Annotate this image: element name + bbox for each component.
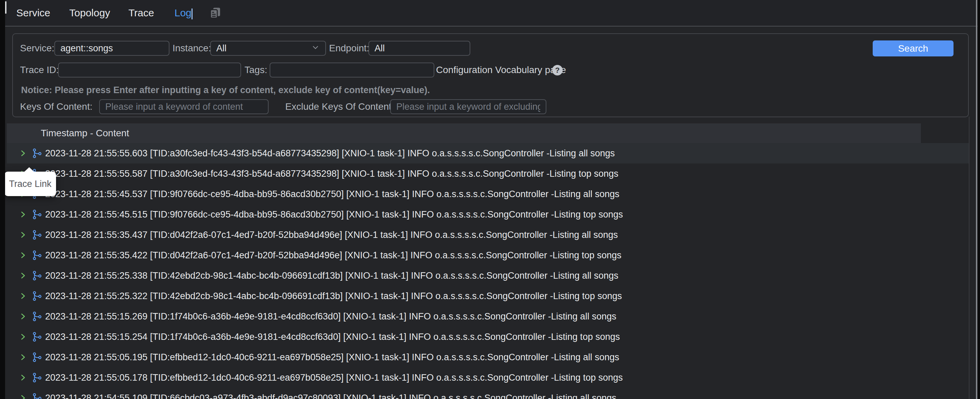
instance-select[interactable]: All bbox=[210, 41, 326, 56]
nav-tab-log[interactable]: Log bbox=[175, 7, 197, 19]
expand-chevron-icon[interactable] bbox=[19, 210, 27, 220]
log-row[interactable]: 2023-11-28 21:55:35.437 [TID:d042f2a6-07… bbox=[7, 225, 969, 245]
right-scrollbar[interactable] bbox=[976, 0, 977, 399]
log-table-body: 2023-11-28 21:55:55.603 [TID:a30fc3ed-fc… bbox=[7, 143, 969, 399]
expand-chevron-icon[interactable] bbox=[19, 230, 27, 241]
keys-of-content-input[interactable] bbox=[105, 102, 262, 112]
top-navbar: Service Topology Trace Log bbox=[5, 0, 978, 27]
table-right-border bbox=[969, 117, 969, 399]
log-row[interactable]: 2023-11-28 21:55:25.338 [TID:42ebd2cb-98… bbox=[7, 265, 969, 286]
trace-link-icon[interactable] bbox=[32, 311, 43, 324]
expand-chevron-icon[interactable] bbox=[19, 373, 27, 383]
keys-of-content-label: Keys Of Content: bbox=[20, 99, 92, 114]
trace-link-icon[interactable] bbox=[32, 351, 43, 364]
log-row[interactable]: 2023-11-28 21:55:55.603 [TID:a30fc3ed-fc… bbox=[7, 143, 969, 163]
tags-field-wrap bbox=[270, 62, 434, 78]
nav-tab-trace[interactable]: Trace bbox=[128, 7, 154, 19]
nav-tab-topology[interactable]: Topology bbox=[69, 7, 110, 19]
chevron-down-icon bbox=[311, 43, 320, 54]
log-row[interactable]: 2023-11-28 21:55:05.195 [TID:efbbed12-1d… bbox=[7, 347, 969, 367]
trace-id-input[interactable] bbox=[64, 65, 235, 75]
exclude-keys-label: Exclude Keys Of Content: bbox=[285, 99, 394, 114]
log-row[interactable]: 2023-11-28 21:55:55.587 [TID:a30fc3ed-fc… bbox=[7, 163, 969, 184]
help-question-icon[interactable]: ? bbox=[552, 65, 563, 75]
trace-link-icon[interactable] bbox=[32, 270, 43, 283]
trace-link-icon[interactable] bbox=[32, 249, 43, 262]
log-row[interactable]: 2023-11-28 21:55:45.537 [TID:9f0766dc-ce… bbox=[7, 184, 969, 204]
copy-document-icon[interactable] bbox=[208, 6, 222, 20]
log-row[interactable]: 2023-11-28 21:55:25.322 [TID:42ebd2cb-98… bbox=[7, 286, 969, 306]
log-row-text: 2023-11-28 21:55:15.254 [TID:1f74b0c6-a3… bbox=[45, 327, 620, 347]
filter-row-primary: Service: agent::songs Instance: All Endp… bbox=[13, 41, 968, 56]
filter-row-keys: Keys Of Content: Exclude Keys Of Content… bbox=[13, 99, 968, 114]
trace-link-icon[interactable] bbox=[32, 372, 43, 385]
trace-id-field-wrap bbox=[58, 62, 241, 78]
service-select-value: agent::songs bbox=[60, 43, 113, 54]
log-row[interactable]: 2023-11-28 21:55:15.269 [TID:1f74b0c6-a3… bbox=[7, 306, 969, 327]
endpoint-label: Endpoint: bbox=[329, 41, 369, 56]
expand-chevron-icon[interactable] bbox=[19, 353, 27, 363]
trace-link-icon[interactable] bbox=[32, 331, 43, 344]
service-select[interactable]: agent::songs bbox=[54, 41, 169, 56]
tags-label: Tags: bbox=[245, 62, 267, 78]
window-right-edge bbox=[978, 0, 980, 399]
log-row-text: 2023-11-28 21:55:55.603 [TID:a30fc3ed-fc… bbox=[45, 143, 615, 163]
endpoint-input[interactable] bbox=[375, 43, 464, 54]
trace-link-icon[interactable] bbox=[32, 209, 43, 222]
log-page: Service: agent::songs Instance: All Endp… bbox=[5, 27, 978, 399]
nav-tab-service[interactable]: Service bbox=[16, 7, 50, 19]
service-label: Service: bbox=[20, 41, 54, 56]
tags-input[interactable] bbox=[276, 65, 428, 75]
log-row[interactable]: 2023-11-28 21:55:15.254 [TID:1f74b0c6-a3… bbox=[7, 327, 969, 347]
chevron-down-icon bbox=[154, 43, 163, 54]
log-table-header: Timestamp - Content bbox=[7, 123, 921, 143]
trace-link-icon[interactable] bbox=[32, 147, 43, 160]
configuration-vocabulary-link[interactable]: Configuration Vocabulary page bbox=[436, 62, 566, 78]
filter-row-trace: Trace ID: Tags: Configuration Vocabulary… bbox=[13, 62, 968, 78]
instance-select-value: All bbox=[216, 43, 226, 54]
log-row[interactable]: 2023-11-28 21:55:45.515 [TID:9f0766dc-ce… bbox=[7, 204, 969, 225]
endpoint-field-wrap bbox=[368, 41, 470, 56]
left-scrollbar-fragment bbox=[5, 2, 6, 14]
expand-chevron-icon[interactable] bbox=[19, 292, 27, 302]
expand-chevron-icon[interactable] bbox=[19, 271, 27, 281]
text-cursor-caret bbox=[191, 8, 192, 19]
log-row-text: 2023-11-28 21:55:05.195 [TID:efbbed12-1d… bbox=[45, 347, 619, 367]
window-left-edge bbox=[0, 0, 5, 399]
log-row[interactable]: 2023-11-28 21:54:55.109 [TID:66cbdc03-a9… bbox=[7, 388, 969, 399]
log-row-text: 2023-11-28 21:55:55.587 [TID:a30fc3ed-fc… bbox=[45, 163, 618, 184]
log-row-text: 2023-11-28 21:55:35.422 [TID:d042f2a6-07… bbox=[45, 245, 621, 265]
trace-link-tooltip: Trace Link bbox=[5, 172, 56, 196]
expand-chevron-icon[interactable] bbox=[19, 394, 27, 399]
trace-link-icon[interactable] bbox=[32, 229, 43, 242]
notice-text: Notice: Please press Enter after inputti… bbox=[21, 85, 430, 96]
expand-chevron-icon[interactable] bbox=[19, 251, 27, 261]
log-row[interactable]: 2023-11-28 21:55:35.422 [TID:d042f2a6-07… bbox=[7, 245, 969, 265]
log-row-text: 2023-11-28 21:55:45.537 [TID:9f0766dc-ce… bbox=[45, 184, 619, 204]
expand-chevron-icon[interactable] bbox=[19, 312, 27, 322]
exclude-keys-field-wrap bbox=[390, 99, 546, 114]
search-button[interactable]: Search bbox=[873, 40, 953, 56]
keys-of-content-field-wrap bbox=[99, 99, 269, 114]
expand-chevron-icon[interactable] bbox=[19, 332, 27, 343]
trace-id-label: Trace ID: bbox=[20, 62, 59, 78]
log-row[interactable]: 2023-11-28 21:55:05.178 [TID:efbbed12-1d… bbox=[7, 367, 969, 388]
log-row-text: 2023-11-28 21:55:45.515 [TID:9f0766dc-ce… bbox=[45, 204, 623, 225]
instance-label: Instance: bbox=[172, 41, 211, 56]
log-row-text: 2023-11-28 21:55:35.437 [TID:d042f2a6-07… bbox=[45, 225, 618, 245]
log-row-text: 2023-11-28 21:55:15.269 [TID:1f74b0c6-a3… bbox=[45, 306, 616, 327]
trace-link-icon[interactable] bbox=[32, 290, 43, 303]
trace-link-icon[interactable] bbox=[32, 392, 43, 399]
log-row-text: 2023-11-28 21:55:25.338 [TID:42ebd2cb-98… bbox=[45, 265, 618, 286]
tooltip-text: Trace Link bbox=[9, 179, 51, 189]
filter-panel: Service: agent::songs Instance: All Endp… bbox=[12, 33, 969, 117]
log-row-text: 2023-11-28 21:55:05.178 [TID:efbbed12-1d… bbox=[45, 367, 623, 388]
nav-tab-log-label: Log bbox=[175, 7, 191, 18]
exclude-keys-input[interactable] bbox=[396, 102, 540, 112]
log-row-text: 2023-11-28 21:54:55.109 [TID:66cbdc03-a9… bbox=[45, 388, 616, 399]
timestamp-content-header: Timestamp - Content bbox=[41, 128, 129, 139]
expand-chevron-icon[interactable] bbox=[19, 149, 27, 159]
log-row-text: 2023-11-28 21:55:25.322 [TID:42ebd2cb-98… bbox=[45, 286, 622, 306]
